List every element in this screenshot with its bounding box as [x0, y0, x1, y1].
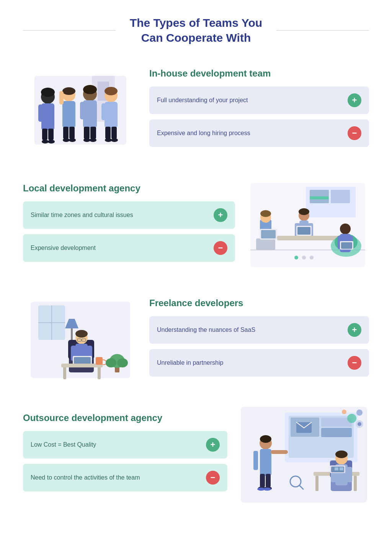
svg-point-38 [111, 138, 118, 142]
svg-point-132 [347, 414, 356, 423]
local-title: Local development agency [23, 183, 235, 194]
svg-rect-68 [341, 242, 352, 249]
inhouse-feature-2-text: Expensive and long hiring process [157, 130, 250, 137]
svg-rect-6 [49, 104, 54, 122]
svg-point-63 [340, 224, 351, 234]
local-minus-badge: − [214, 241, 227, 255]
section-inhouse: In-house development team Full understan… [23, 64, 369, 156]
svg-rect-112 [260, 474, 265, 487]
svg-point-9 [41, 88, 55, 97]
inhouse-plus-badge: + [348, 93, 361, 107]
outsource-title: Outsource development agency [23, 413, 227, 423]
header-line-right [276, 30, 369, 31]
inhouse-minus-badge: − [348, 126, 361, 140]
svg-point-70 [302, 256, 306, 259]
svg-point-97 [117, 358, 128, 367]
svg-point-71 [310, 256, 314, 259]
svg-point-69 [294, 256, 298, 259]
freelance-svg [27, 298, 134, 382]
svg-rect-20 [80, 102, 85, 119]
svg-rect-60 [297, 227, 310, 235]
local-feature-1: Similar time zones and cultural issues + [23, 201, 235, 229]
svg-point-35 [83, 138, 90, 142]
inhouse-feature-1: Full understanding of your project + [149, 86, 369, 114]
freelance-plus-badge: + [348, 323, 361, 337]
svg-rect-5 [38, 104, 43, 122]
section-outsource: Outsource development agency Low Cost = … [23, 409, 369, 501]
svg-point-31 [42, 140, 49, 144]
page-title: The Types of Teams You Can Cooperate Wit… [123, 15, 269, 45]
outsource-plus-badge: + [206, 438, 220, 452]
svg-rect-14 [70, 102, 75, 119]
svg-rect-119 [315, 476, 318, 491]
outsource-feature-2: Need to control the activities of the te… [23, 464, 227, 491]
svg-rect-30 [111, 127, 117, 139]
svg-rect-120 [354, 476, 357, 491]
svg-point-34 [69, 138, 76, 142]
svg-point-37 [105, 138, 112, 142]
svg-rect-90 [63, 366, 66, 379]
svg-rect-91 [98, 366, 101, 379]
section-local: Local development agency Similar time zo… [23, 179, 369, 271]
freelance-content: Freelance developers Understanding the n… [149, 298, 369, 382]
freelance-title: Freelance developers [149, 298, 369, 308]
svg-rect-113 [266, 474, 271, 487]
svg-rect-29 [105, 127, 111, 139]
local-content: Local development agency Similar time zo… [23, 183, 235, 267]
header-line-left [23, 30, 116, 31]
local-plus-badge: + [214, 208, 227, 222]
svg-rect-131 [340, 467, 343, 470]
svg-point-36 [90, 138, 96, 142]
svg-point-33 [63, 138, 70, 142]
outsource-svg [239, 405, 369, 504]
page: The Types of Teams You Can Cooperate Wit… [0, 0, 392, 539]
svg-rect-23 [90, 127, 96, 139]
svg-point-136 [358, 422, 361, 426]
svg-point-54 [299, 208, 309, 215]
svg-point-124 [335, 450, 348, 458]
svg-rect-21 [91, 102, 96, 119]
outsource-illustration [239, 409, 369, 501]
freelance-feature-1-text: Understanding the nuances of SaaS [157, 326, 255, 333]
svg-rect-43 [310, 196, 329, 199]
svg-rect-15 [63, 127, 69, 139]
svg-rect-27 [101, 103, 106, 120]
svg-rect-22 [84, 127, 90, 139]
freelance-feature-1: Understanding the nuances of SaaS + [149, 316, 369, 344]
svg-point-96 [106, 358, 116, 367]
svg-rect-110 [271, 450, 288, 454]
svg-point-133 [356, 410, 363, 416]
outsource-content: Outsource development agency Low Cost = … [23, 413, 227, 497]
freelance-feature-2: Unreliable in partnership − [149, 349, 369, 377]
svg-point-32 [48, 140, 55, 144]
inhouse-illustration [23, 64, 138, 156]
svg-point-25 [105, 87, 118, 95]
svg-rect-8 [48, 129, 54, 140]
svg-rect-42 [331, 190, 350, 203]
local-svg [247, 179, 369, 271]
header: The Types of Teams You Can Cooperate Wit… [23, 15, 369, 45]
section-freelance: Freelance developers Understanding the n… [23, 294, 369, 386]
svg-point-11 [62, 87, 75, 95]
svg-rect-52 [261, 230, 276, 238]
outsource-feature-2-text: Need to control the activities of the te… [31, 474, 140, 481]
inhouse-content: In-house development team Full understan… [149, 68, 369, 152]
svg-rect-127 [347, 467, 352, 482]
freelance-feature-2-text: Unreliable in partnership [157, 359, 223, 366]
outsource-feature-1: Low Cost = Best Quality + [23, 431, 227, 459]
local-feature-1-text: Similar time zones and cultural issues [31, 212, 133, 219]
local-feature-2: Expensive development − [23, 234, 235, 262]
svg-rect-111 [253, 451, 258, 470]
svg-rect-109 [260, 449, 271, 476]
svg-rect-7 [42, 129, 47, 140]
svg-point-81 [75, 330, 88, 338]
svg-rect-45 [256, 238, 275, 250]
local-illustration [247, 179, 369, 271]
svg-rect-28 [112, 103, 117, 120]
outsource-minus-badge: − [206, 471, 220, 485]
outsource-feature-1-text: Low Cost = Best Quality [31, 441, 96, 448]
inhouse-title: In-house development team [149, 68, 369, 79]
svg-point-108 [260, 435, 271, 443]
inhouse-svg [27, 68, 134, 152]
svg-rect-16 [69, 127, 75, 139]
